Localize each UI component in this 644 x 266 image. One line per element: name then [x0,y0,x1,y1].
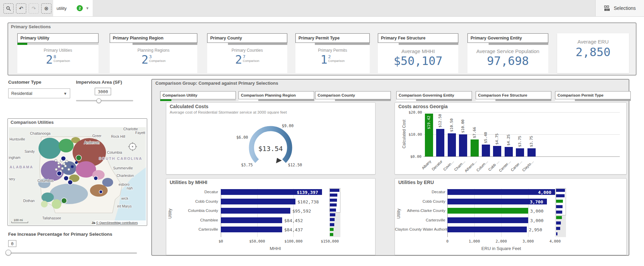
tab-comparison-governing-entity[interactable]: Comparison Governing Entity [396,91,472,101]
filter-card: Primary Planning RegionPlanning Regions2… [110,33,197,73]
category-label[interactable]: Cartersville [166,227,220,231]
chart-scroll-overview[interactable] [556,188,566,237]
chevron-down-icon[interactable]: ▼ [86,6,89,10]
bar-value-label: 2,950 [529,227,542,232]
map-label-fayett: Fayett [135,131,145,135]
kpi-label: Primary Counties [231,48,263,53]
chevron-down-icon: ▼ [63,92,67,96]
comparison-group-title: Comparison Group: Compared against Prima… [152,80,629,86]
filter-listbox-header[interactable]: Primary Fee Structure [378,33,458,43]
tab-comparison-utility[interactable]: Comparison Utility [160,91,236,101]
georgia-map[interactable]: ChattanoogaCharlotteFayettGreerRock Hill… [9,127,146,225]
fee-increase-slider-handle[interactable] [5,250,11,255]
undo-icon[interactable]: ↶ [16,3,26,14]
impervious-area-slider-handle[interactable] [96,98,101,103]
filter-card: Primary UtilityPrimary Utilities28Compar… [17,33,98,73]
tab-comparison-permit-type[interactable]: Comparison Permit Type [555,91,631,101]
bar-Cham…[interactable]: $10.00 [459,112,467,156]
bar-Chamblee[interactable] [221,217,282,223]
fee-increase-input[interactable] [8,240,16,247]
bar-Colum…[interactable]: $5.40 [482,112,490,156]
filter-listbox-header[interactable]: Primary Utility [17,33,98,43]
bar-value-label: $139,397 [297,190,318,195]
filter-listbox-header[interactable]: Primary County [207,33,287,43]
bar-rect[interactable] [459,134,467,156]
bar-Decatur[interactable]: $12.50 [436,112,444,156]
bar-rect[interactable] [505,147,513,156]
tab-label: Comparison Governing Entity [396,91,472,99]
map-scale-label: 100 mi [14,218,23,222]
kpi-body: Primary Utilities28Comparison [17,45,98,73]
tab-comparison-fee-structure[interactable]: Comparison Fee Structure [476,91,551,101]
tab-comparison-planning-region[interactable]: Comparison Planning Region [239,91,314,101]
map-label-columbia: Columbia [107,150,122,154]
bar-value-label: $7.66 [472,127,477,138]
selection-chip-utility[interactable]: utility 2 ▼ [53,0,93,16]
primary-selections-panel: Primary Selections Primary UtilityPrimar… [7,22,637,76]
category-label[interactable]: Clayton County Water Authority [395,227,447,231]
bar-Athens-Clarke County[interactable] [447,208,528,214]
overview-bar [330,199,337,202]
dashboard: ↶ ↷ ⊗ utility 2 ▼ Selections Primary Sel… [0,0,644,266]
bar-Center…[interactable]: $4.25 [505,112,513,156]
bar-Cartersville[interactable] [221,227,282,232]
chart-scroll-overview[interactable] [329,188,340,237]
bar-Carter…[interactable]: $3.75 [516,112,524,156]
bar-value-label: $19.42 [427,116,431,129]
bar-Cartersville[interactable] [447,217,528,223]
clear-selections-icon[interactable]: ⊗ [41,3,51,14]
kpi-label: Average ERU [578,39,609,45]
filter-listbox-header[interactable]: Primary Governing Entity [467,33,548,43]
y-tick-label: $10.00 [409,132,421,137]
redo-icon[interactable]: ↷ [29,3,39,14]
category-label[interactable]: Athens-Clarke County [395,209,447,213]
bar-Cobb …[interactable]: $4.75 [493,112,501,156]
selections-button[interactable]: Selections [595,0,644,16]
impervious-area-slider[interactable] [76,100,133,101]
bar-rect[interactable] [471,139,479,156]
map-attribution-prefix: Ja [92,221,95,225]
bar-rect[interactable] [482,145,490,156]
bar-rect[interactable] [527,148,536,156]
fee-increase-slider[interactable] [8,252,137,254]
category-label[interactable]: Cartersville [395,218,447,222]
bar-Clayton County Water Authority[interactable] [447,227,527,232]
bar-Columbia County[interactable] [221,208,290,214]
calculated-costs-card: Calculated Costs Average cost of Residen… [166,102,375,174]
calculated-costs-gauge[interactable]: $3.75 $6.00 $9.00 $12.50 $13.54 [226,114,315,173]
category-label[interactable]: Decatur [166,190,220,194]
x-tick-label: 0 [446,239,449,244]
kpi-label: Planning Regions [137,48,169,53]
bar-rect[interactable] [493,146,501,156]
bar-rect[interactable] [516,148,524,156]
toolbar: ↶ ↷ ⊗ utility 2 ▼ Selections [0,0,644,17]
category-label[interactable]: Cobb County [166,199,220,203]
tab-comparison-county[interactable]: Comparison County [315,91,391,101]
category-label[interactable]: Cobb County [395,199,447,203]
overview-bar [556,227,560,230]
bar-Covin…[interactable]: $10.50 [448,112,456,156]
kpi-secondary: 7Comparison [243,54,259,63]
filter-listbox-header[interactable]: Primary Planning Region [110,33,197,43]
bar-Albany[interactable]: $19.42 [425,112,433,156]
bar-Clayto…[interactable]: $3.75 [527,112,536,156]
smart-search-icon[interactable] [3,3,14,14]
costs-across-georgia-card: Costs across Georgia Calculated Cost$0.0… [395,102,627,174]
customer-type-dropdown[interactable]: Residential ▼ [8,88,70,98]
tab-selection-bar [160,99,236,101]
bar-Athens…[interactable]: $7.66 [471,112,479,156]
category-label[interactable]: Chamblee [166,218,220,222]
bar-Cobb County[interactable] [221,199,295,204]
category-label[interactable]: Columbia County [166,209,220,213]
map-attribution[interactable]: © OpenStreetMap contributors [96,221,138,225]
bar-rect[interactable] [436,129,444,156]
impervious-area-input[interactable] [95,88,111,95]
filter-selection-bar [295,43,370,45]
bar-value-label: $4.25 [506,134,511,146]
kpi-value-row: $50,107 [394,55,442,67]
bar-rect[interactable] [448,133,456,156]
category-label[interactable]: Decatur [395,190,447,194]
tab-label: Comparison County [315,91,391,99]
filter-listbox-header[interactable]: Primary Permit Type [295,33,370,43]
selection-field-name: utility [57,6,74,11]
